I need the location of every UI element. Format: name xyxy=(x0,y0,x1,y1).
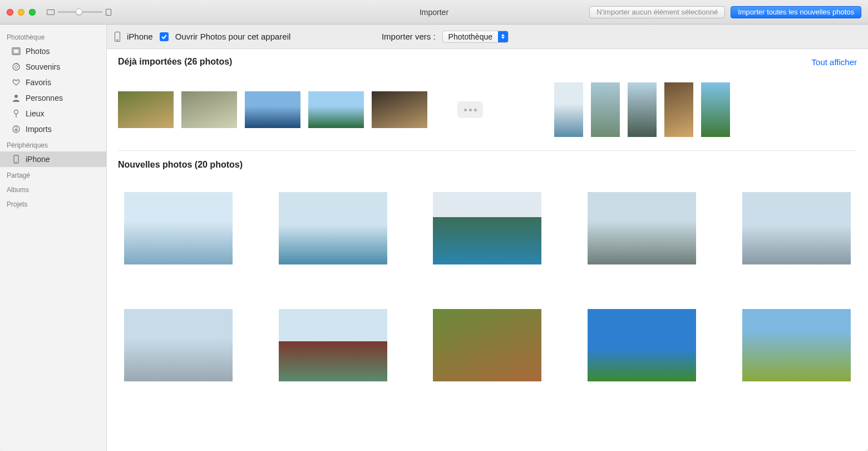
imported-thumb[interactable] xyxy=(181,91,237,128)
sidebar-section-projects: Projets xyxy=(0,196,106,210)
sidebar-item-imports[interactable]: Imports xyxy=(0,121,106,137)
imported-thumb[interactable] xyxy=(628,82,657,137)
sidebar-section-library: Photothèque xyxy=(0,29,106,43)
new-thumb[interactable] xyxy=(588,192,696,264)
open-photos-checkbox[interactable] xyxy=(160,32,169,41)
thumbnail-small-icon xyxy=(47,9,55,15)
photos-icon xyxy=(11,47,21,56)
sidebar-item-iphone[interactable]: iPhone xyxy=(0,151,106,167)
fullscreen-window-button[interactable] xyxy=(29,9,36,16)
sidebar-label: Personnes xyxy=(26,94,63,102)
device-name: iPhone xyxy=(127,32,153,41)
iphone-icon xyxy=(11,155,21,164)
new-thumb[interactable] xyxy=(742,309,851,381)
person-icon xyxy=(11,94,21,102)
device-icon xyxy=(115,32,120,42)
imported-thumb[interactable] xyxy=(308,91,364,128)
sidebar-label: Photos xyxy=(26,47,50,56)
svg-marker-3 xyxy=(14,65,18,68)
window-title: Importer xyxy=(420,8,448,17)
photos-app-window: Importer N'importer aucun élément sélect… xyxy=(0,0,868,451)
already-imported-thumbs xyxy=(118,72,857,151)
sidebar-section-shared: Partagé xyxy=(0,167,106,182)
slider-track[interactable] xyxy=(58,11,102,13)
svg-point-5 xyxy=(14,110,18,114)
svg-point-9 xyxy=(16,161,17,163)
new-thumb[interactable] xyxy=(279,309,387,381)
open-photos-label: Ouvrir Photos pour cet appareil xyxy=(175,32,291,41)
sidebar-item-people[interactable]: Personnes xyxy=(0,90,106,106)
import-toolbar: iPhone Ouvrir Photos pour cet appareil I… xyxy=(107,24,868,49)
window-controls xyxy=(7,9,36,16)
new-thumb[interactable] xyxy=(433,192,541,264)
import-all-new-button[interactable]: Importer toutes les nouvelles photos xyxy=(731,6,861,18)
imported-thumb[interactable] xyxy=(245,91,300,128)
sidebar-section-albums: Albums xyxy=(0,182,106,196)
new-thumb[interactable] xyxy=(124,309,233,381)
imported-thumb[interactable] xyxy=(701,82,730,137)
select-value: Photothèque xyxy=(443,32,498,41)
import-destination-select[interactable]: Photothèque xyxy=(442,31,509,43)
sidebar-label: Imports xyxy=(26,125,52,134)
more-thumbs-indicator[interactable] xyxy=(457,101,483,118)
sidebar-label: iPhone xyxy=(26,155,50,164)
sidebar-item-favorites[interactable]: Favoris xyxy=(0,75,106,90)
sidebar-item-places[interactable]: Lieux xyxy=(0,106,106,121)
close-window-button[interactable] xyxy=(7,9,13,16)
sidebar-label: Lieux xyxy=(26,109,44,118)
import-selected-button[interactable]: N'importer aucun élément sélectionné xyxy=(589,6,725,18)
select-arrows-icon xyxy=(498,31,508,42)
new-thumb[interactable] xyxy=(279,192,387,264)
titlebar: Importer N'importer aucun élément sélect… xyxy=(0,0,868,24)
sidebar-item-memories[interactable]: Souvenirs xyxy=(0,59,106,75)
sidebar-item-photos[interactable]: Photos xyxy=(0,43,106,59)
svg-point-4 xyxy=(14,95,18,98)
pin-icon xyxy=(11,109,21,118)
imported-thumb[interactable] xyxy=(664,82,693,137)
memories-icon xyxy=(11,62,21,71)
svg-rect-1 xyxy=(13,49,19,53)
new-thumb[interactable] xyxy=(124,192,233,264)
sidebar-label: Favoris xyxy=(26,78,51,87)
imported-thumb[interactable] xyxy=(554,82,583,137)
imports-icon xyxy=(11,125,21,134)
imported-thumb[interactable] xyxy=(372,91,427,128)
heart-icon xyxy=(11,78,21,87)
sidebar-section-devices: Périphériques xyxy=(0,137,106,151)
show-all-link[interactable]: Tout afficher xyxy=(812,57,857,67)
new-photos-title: Nouvelles photos (20 photos) xyxy=(118,160,857,170)
imported-thumb[interactable] xyxy=(118,91,174,128)
slider-handle[interactable] xyxy=(76,8,82,15)
thumbnail-size-slider[interactable] xyxy=(47,9,111,16)
new-thumb[interactable] xyxy=(588,309,696,381)
main-area: iPhone Ouvrir Photos pour cet appareil I… xyxy=(107,24,868,451)
imported-thumb[interactable] xyxy=(591,82,620,137)
new-thumb[interactable] xyxy=(433,309,541,381)
import-content: Déjà importées (26 photos) Tout afficher xyxy=(107,49,868,451)
sidebar-label: Souvenirs xyxy=(26,62,60,71)
already-imported-title: Déjà importées (26 photos) xyxy=(118,57,232,67)
new-thumb[interactable] xyxy=(742,192,851,264)
import-to-label: Importer vers : xyxy=(382,32,436,41)
sidebar: Photothèque Photos Souvenirs Favoris xyxy=(0,24,107,451)
new-photos-grid xyxy=(118,170,857,381)
minimize-window-button[interactable] xyxy=(18,9,24,16)
thumbnail-large-icon xyxy=(106,9,111,16)
